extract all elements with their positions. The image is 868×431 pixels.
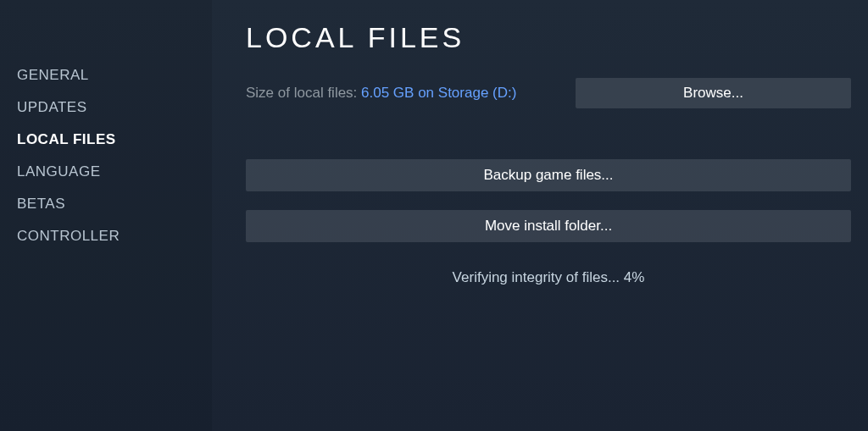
verify-status-label: Verifying integrity of files... [453,269,624,285]
size-label: Size of local files: [246,85,361,101]
sidebar-item-local-files[interactable]: LOCAL FILES [17,124,212,156]
backup-button[interactable]: Backup game files... [246,159,851,191]
sidebar-item-updates[interactable]: UPDATES [17,91,212,124]
page-title: LOCAL FILES [246,21,851,54]
verify-status-percent: 4% [624,269,645,285]
size-row: Size of local files: 6.05 GB on Storage … [246,78,851,108]
size-value: 6.05 GB on Storage (D:) [361,85,516,101]
sidebar-item-language[interactable]: LANGUAGE [17,156,212,188]
sidebar-item-controller[interactable]: CONTROLLER [17,220,212,252]
size-text: Size of local files: 6.05 GB on Storage … [246,85,516,102]
browse-button[interactable]: Browse... [576,78,851,108]
sidebar-item-betas[interactable]: BETAS [17,188,212,220]
sidebar-item-general[interactable]: GENERAL [17,59,212,91]
main-panel: LOCAL FILES Size of local files: 6.05 GB… [212,0,868,431]
verify-status: Verifying integrity of files... 4% [246,269,851,286]
sidebar: GENERAL UPDATES LOCAL FILES LANGUAGE BET… [0,0,212,431]
move-folder-button[interactable]: Move install folder... [246,210,851,242]
